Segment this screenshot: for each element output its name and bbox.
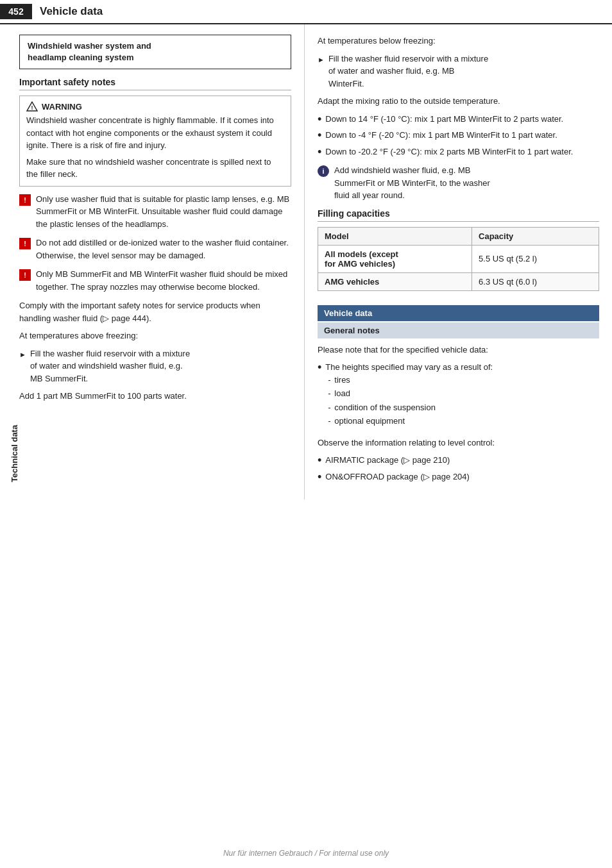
bullet-dot-1: • bbox=[318, 113, 321, 127]
arrow-right-icon: ► bbox=[19, 349, 26, 360]
warning-triangle-icon: ! bbox=[26, 101, 38, 112]
bullet-dot-heights: • bbox=[318, 361, 321, 375]
filling-capacities-title: Filling capacities bbox=[318, 208, 599, 219]
vehicle-data-section: Vehicle data General notes Please note t… bbox=[318, 305, 599, 485]
table-row-all-models: All models (exceptfor AMG vehicles) 5.5 … bbox=[318, 245, 599, 272]
arrow-right-icon-below: ► bbox=[318, 54, 325, 65]
observe-bullet-list: • AIRMATIC package (▷ page 210) • ON&OFF… bbox=[318, 454, 599, 484]
dash-item-tires: tires bbox=[334, 374, 493, 387]
bullet-dot-2: • bbox=[318, 129, 321, 143]
table-header-model: Model bbox=[318, 227, 472, 245]
caution-text-2: Do not add distilled or de-ionized water… bbox=[36, 237, 291, 262]
warning-label: WARNING bbox=[42, 102, 82, 112]
section-box-title: Windshield washer system and headlamp cl… bbox=[28, 40, 283, 63]
below-freezing-heading: At temperatures below freezing: bbox=[318, 35, 599, 47]
caution-text-3: Only MB SummerFit and MB WinterFit washe… bbox=[36, 268, 291, 293]
dash-item-optional: optional equipment bbox=[334, 415, 493, 428]
caution-text-1: Only use washer fluid that is suitable f… bbox=[36, 193, 291, 231]
vehicle-data-header: Vehicle data bbox=[318, 305, 599, 321]
page-title: Vehicle data bbox=[40, 5, 103, 18]
mixing-bullets: • Down to 14 °F (-10 °C): mix 1 part MB … bbox=[318, 113, 599, 160]
caution-item-1: ! Only use washer fluid that is suitable… bbox=[19, 193, 291, 231]
table-cell-capacity-1: 5.5 US qt (5.2 l) bbox=[472, 245, 599, 272]
arrow-item-below-freezing: ► Fill the washer fluid reservoir with a… bbox=[318, 53, 599, 90]
section-box-washer: Windshield washer system and headlamp cl… bbox=[19, 35, 291, 69]
please-note-text: Please note that for the specified vehic… bbox=[318, 344, 599, 356]
caution-item-2: ! Do not add distilled or de-ionized wat… bbox=[19, 237, 291, 262]
info-item: i Add windshield washer fluid, e.g. MB S… bbox=[318, 164, 599, 202]
mixing-bullet-1: • Down to 14 °F (-10 °C): mix 1 part MB … bbox=[318, 113, 599, 127]
above-freezing-arrow-text: Fill the washer fluid reservoir with a m… bbox=[30, 347, 190, 385]
heights-bullet-list: • The heights specified may vary as a re… bbox=[318, 361, 599, 431]
bullet-dot-3: • bbox=[318, 146, 321, 160]
warning-paragraph2: Make sure that no windshield washer conc… bbox=[26, 156, 284, 181]
info-icon: i bbox=[318, 165, 329, 177]
mixing-bullet-2: • Down to -4 °F (-20 °C): mix 1 part MB … bbox=[318, 129, 599, 143]
table-header-capacity: Capacity bbox=[472, 227, 599, 245]
above-freezing-heading: At temperatures above freezing: bbox=[19, 330, 291, 342]
below-freezing-arrow-text: Fill the washer fluid reservoir with a m… bbox=[328, 53, 488, 90]
main-content: Windshield washer system and headlamp cl… bbox=[0, 24, 612, 499]
safety-notes-title: Important safety notes bbox=[19, 77, 291, 87]
caution-icon-3: ! bbox=[19, 269, 31, 281]
left-column: Windshield washer system and headlamp cl… bbox=[0, 24, 305, 499]
observe-bullet-2: • ON&OFFROAD package (▷ page 204) bbox=[318, 471, 599, 485]
add-parts-text: Add 1 part MB SummerFit to 100 parts wat… bbox=[19, 390, 291, 403]
observe-bullet-1: • AIRMATIC package (▷ page 210) bbox=[318, 454, 599, 468]
warning-header: ! WARNING bbox=[26, 101, 284, 112]
comply-text: Comply with the important safety notes f… bbox=[19, 299, 291, 324]
dash-item-suspension: condition of the suspension bbox=[334, 401, 493, 414]
dash-item-load: load bbox=[334, 387, 493, 400]
table-cell-model-2: AMG vehicles bbox=[318, 272, 472, 290]
warning-paragraph1: Windshield washer concentrate is highly … bbox=[26, 114, 284, 152]
side-label: Technical data bbox=[10, 425, 19, 482]
heights-text: The heights specified may vary as a resu… bbox=[325, 361, 493, 431]
table-cell-model-1: All models (exceptfor AMG vehicles) bbox=[318, 245, 472, 272]
mixing-bullet-3: • Down to -20.2 °F (-29 °C): mix 2 parts… bbox=[318, 146, 599, 160]
sub-dash-list: tires load condition of the suspension o… bbox=[325, 374, 493, 428]
page-header: 452 Vehicle data bbox=[0, 0, 612, 24]
arrow-item-above-freezing: ► Fill the washer fluid reservoir with a… bbox=[19, 347, 291, 385]
right-column: At temperatures below freezing: ► Fill t… bbox=[305, 24, 612, 499]
bullet-dot-obs-2: • bbox=[318, 471, 321, 485]
table-cell-capacity-2: 6.3 US qt (6.0 l) bbox=[472, 272, 599, 290]
info-text: Add windshield washer fluid, e.g. MB Sum… bbox=[334, 164, 490, 202]
caution-icon-1: ! bbox=[19, 194, 31, 206]
table-row-amg: AMG vehicles 6.3 US qt (6.0 l) bbox=[318, 272, 599, 290]
adapt-text: Adapt the mixing ratio to the outside te… bbox=[318, 95, 599, 108]
divider bbox=[19, 90, 291, 90]
capacity-table: Model Capacity All models (exceptfor AMG… bbox=[318, 227, 599, 291]
svg-text:!: ! bbox=[31, 104, 33, 111]
warning-box: ! WARNING Windshield washer concentrate … bbox=[19, 96, 291, 187]
page-number: 452 bbox=[0, 4, 32, 19]
caution-item-3: ! Only MB SummerFit and MB WinterFit was… bbox=[19, 268, 291, 293]
general-notes-header: General notes bbox=[318, 322, 599, 338]
page-footer: Nur für internen Gebrauch / For internal… bbox=[0, 849, 612, 858]
observe-text: Observe the information relating to leve… bbox=[318, 437, 599, 449]
caution-icon-2: ! bbox=[19, 238, 31, 249]
bullet-dot-obs-1: • bbox=[318, 454, 321, 468]
heights-bullet: • The heights specified may vary as a re… bbox=[318, 361, 599, 431]
filling-divider bbox=[318, 221, 599, 222]
